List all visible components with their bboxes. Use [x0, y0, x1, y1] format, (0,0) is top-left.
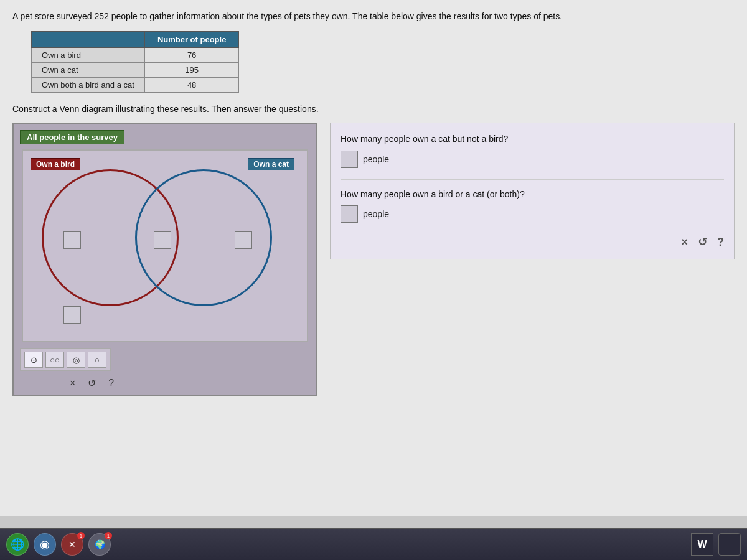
question-1-text: How many people own a cat but not a bird…	[341, 133, 724, 146]
taskbar-icon-green[interactable]: 🌐	[6, 533, 29, 556]
taskbar-green-symbol: 🌐	[11, 538, 24, 551]
toolbar-btn-2[interactable]: ○○	[45, 352, 64, 368]
taskbar-notification-badge-2: 🌍 1	[88, 533, 111, 556]
row-label-cat: Own a cat	[32, 63, 145, 78]
taskbar-icon-square[interactable]	[718, 533, 741, 556]
answer-2-input[interactable]	[341, 205, 358, 223]
row-value-both: 48	[144, 78, 239, 93]
q-help-button[interactable]: ?	[717, 235, 724, 249]
taskbar-icon-circle1[interactable]: ◉	[34, 533, 56, 556]
questions-panel: How many people own a cat but not a bird…	[330, 123, 735, 259]
question-1-block: How many people own a cat but not a bird…	[341, 133, 724, 168]
q-close-button[interactable]: ×	[681, 235, 688, 249]
notification-dot: 1	[77, 532, 85, 539]
cat-circle-label: Own a cat	[248, 158, 294, 170]
q-undo-button[interactable]: ↺	[698, 235, 707, 249]
toolbar-btn-3[interactable]: ◎	[67, 352, 85, 368]
venn-help-button[interactable]: ?	[108, 377, 114, 389]
toolbar-btn-4[interactable]: ○	[88, 352, 106, 368]
table-row: Own a bird 76	[32, 48, 239, 63]
bird-circle-label: Own a bird	[31, 158, 80, 170]
venn-diagram-area[interactable]: Own a bird Own a cat	[22, 149, 308, 342]
venn-input-bird-only[interactable]	[63, 231, 81, 249]
venn-actions: × ↺ ?	[20, 377, 310, 389]
answer-2-unit: people	[363, 209, 389, 219]
venn-outer-label: All people in the survey	[20, 130, 125, 144]
row-label-bird: Own a bird	[32, 48, 145, 63]
answer-1-unit: people	[363, 154, 389, 164]
venn-input-neither[interactable]	[63, 306, 81, 324]
answer-2-row: people	[341, 205, 724, 223]
construct-instruction: Construct a Venn diagram illustrating th…	[12, 104, 735, 114]
intro-text: A pet store surveyed 252 people to gathe…	[12, 11, 735, 21]
table-header-number: Number of people	[144, 32, 239, 48]
taskbar-w-button[interactable]: W	[691, 533, 713, 556]
taskbar: 🌐 ◉ ✕ 1 🌍 1 W	[0, 528, 747, 560]
answer-1-input[interactable]	[341, 151, 358, 168]
table-row: Own a cat 195	[32, 63, 239, 78]
taskbar-notification-badge: ✕ 1	[61, 533, 83, 556]
main-content: A pet store surveyed 252 people to gathe…	[0, 0, 747, 516]
toolbar-btn-1[interactable]: ⊙	[24, 352, 43, 368]
row-value-cat: 195	[144, 63, 239, 78]
venn-undo-button[interactable]: ↺	[88, 377, 96, 389]
venn-panel: All people in the survey Own a bird Own …	[12, 123, 317, 396]
venn-toolbar: ⊙ ○○ ◎ ○	[20, 348, 111, 371]
answer-1-row: people	[341, 151, 724, 168]
notification-dot-2: 1	[105, 532, 112, 539]
venn-input-cat-only[interactable]	[235, 231, 252, 249]
question-2-block: How many people own a bird or a cat (or …	[341, 189, 724, 223]
data-table: Number of people Own a bird 76 Own a cat…	[31, 31, 239, 93]
question-2-text: How many people own a bird or a cat (or …	[341, 189, 724, 201]
table-row: Own both a bird and a cat 48	[32, 78, 239, 93]
venn-close-button[interactable]: ×	[70, 377, 75, 389]
question-actions: × ↺ ?	[341, 235, 724, 249]
table-empty-header	[32, 32, 145, 48]
row-value-bird: 76	[144, 48, 239, 63]
row-label-both: Own both a bird and a cat	[32, 78, 145, 93]
venn-input-both[interactable]	[154, 231, 171, 249]
lower-section: All people in the survey Own a bird Own …	[12, 123, 735, 396]
question-divider	[341, 179, 724, 180]
